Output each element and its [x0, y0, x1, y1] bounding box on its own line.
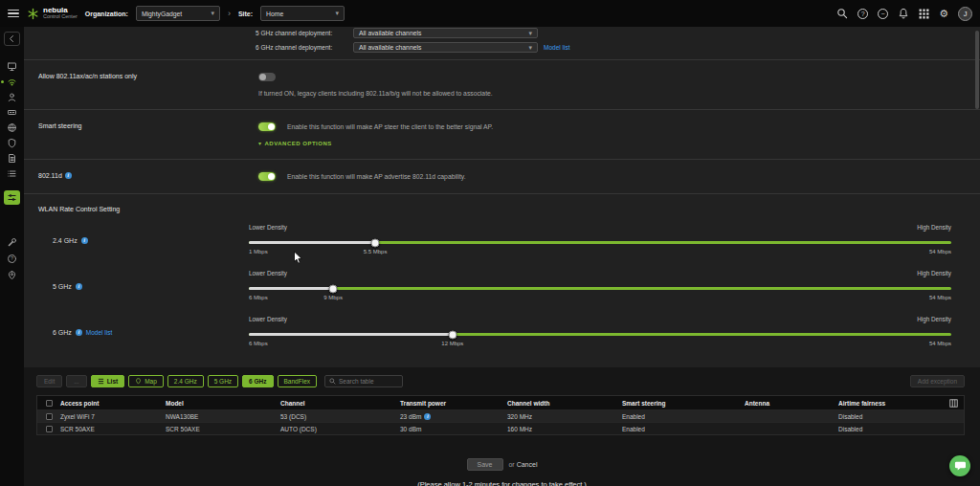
map-pin-icon: [135, 378, 142, 385]
map-view-label: Map: [145, 378, 157, 385]
edit-button[interactable]: Edit: [36, 375, 62, 387]
menu-icon[interactable]: [8, 10, 19, 17]
slider-handle[interactable]: [371, 238, 380, 247]
info-icon[interactable]: i: [424, 413, 431, 420]
list-view-button[interactable]: List: [91, 375, 125, 387]
info-icon[interactable]: i: [81, 237, 88, 244]
high-density-label: High Density: [917, 224, 951, 231]
model-list-link[interactable]: Model list: [86, 329, 112, 336]
more-actions-button[interactable]: ...: [66, 375, 86, 387]
wireless-icon[interactable]: [7, 75, 17, 89]
slider-handle[interactable]: [329, 284, 338, 293]
settings-gear-icon[interactable]: ⚙: [939, 9, 948, 19]
band-2-4ghz-button[interactable]: 2.4 GHz: [167, 375, 204, 387]
apply-notice: (Please allow 1-2 minutes for changes to…: [24, 480, 980, 486]
slider-current-label: 5.5 Mbps: [364, 249, 388, 254]
table-row[interactable]: SCR 50AXE SCR 50AXE AUTO (DCS) 30 dBm 16…: [37, 422, 964, 434]
rate-slider-track-5ghz[interactable]: [249, 287, 951, 290]
smart-steering-label: Smart steering: [24, 122, 258, 146]
header-transmit-power: Transmit power: [400, 400, 507, 407]
site-select[interactable]: Home ▾: [260, 6, 345, 21]
band-bandflex-button[interactable]: BandFlex: [278, 375, 317, 387]
active-indicator: [1, 80, 4, 83]
cell-access-point[interactable]: SCR 50AXE: [60, 426, 166, 432]
save-button[interactable]: Save: [467, 458, 503, 471]
header-channel-width: Channel width: [507, 400, 622, 407]
do-not-disturb-icon[interactable]: −: [878, 9, 888, 19]
deployment-5ghz-label: 5 GHz channel deployment:: [256, 30, 347, 36]
network-icon[interactable]: [7, 121, 17, 135]
smart-steering-toggle[interactable]: [258, 122, 276, 131]
info-icon[interactable]: i: [65, 172, 72, 179]
security-icon[interactable]: [7, 136, 17, 150]
organization-select[interactable]: MightyGadget ▾: [136, 6, 220, 21]
cell-channel-width: 160 MHz: [507, 426, 622, 432]
cell-access-point[interactable]: Zyxel WiFi 7: [60, 413, 166, 420]
chat-support-button[interactable]: [949, 455, 970, 476]
tools-icon[interactable]: [7, 235, 17, 250]
row-checkbox[interactable]: [46, 413, 53, 420]
wlan-rate-title: WLAN Rate Control Setting: [24, 206, 980, 212]
logs-icon[interactable]: [7, 166, 17, 181]
notifications-icon[interactable]: [898, 8, 909, 19]
dashboard-icon[interactable]: [7, 59, 17, 74]
info-icon[interactable]: i: [76, 329, 82, 336]
allow-legacy-toggle[interactable]: [258, 73, 276, 81]
advanced-options-toggle[interactable]: ▾ ADVANCED OPTIONS: [258, 140, 980, 146]
add-exception-button[interactable]: Add exception: [910, 375, 965, 387]
deployment-6ghz-select[interactable]: All available channels ▾: [353, 42, 538, 53]
row-checkbox[interactable]: [46, 426, 53, 432]
help-icon[interactable]: ?: [858, 9, 868, 19]
band-6ghz-button[interactable]: 6 GHz: [242, 375, 273, 387]
cell-airtime-fairness: Disabled: [838, 413, 943, 420]
wlan-rate-control-section: WLAN Rate Control Setting 2.4 GHz i Lowe…: [24, 193, 980, 367]
user-avatar[interactable]: J: [958, 7, 972, 21]
rate-slider-row-24ghz: 2.4 GHz i Lower Density High Density 1 M…: [24, 224, 980, 257]
max-rate-label: 54 Mbps: [929, 249, 951, 254]
cell-channel-width: 320 MHz: [507, 413, 622, 420]
max-rate-label: 54 Mbps: [929, 295, 951, 300]
table-row[interactable]: Zyxel WiFi 7 NWA130BE 53 (DCS) 23 dBm i …: [37, 409, 964, 422]
apps-grid-icon[interactable]: [919, 9, 929, 19]
search-input[interactable]: [339, 378, 398, 385]
deployment-5ghz-select[interactable]: All available channels ▾: [353, 28, 538, 38]
band-5ghz-label: 5 GHz: [53, 283, 72, 290]
nebula-logo-icon: [27, 8, 39, 20]
switch-icon[interactable]: [7, 105, 17, 120]
form-actions: Save or Cancel: [24, 458, 980, 471]
slider-handle[interactable]: [448, 330, 457, 339]
dot11d-toggle[interactable]: [258, 172, 276, 181]
chat-icon: [954, 460, 966, 472]
table-toolbar: Edit ... List Map 2.4 GHz 5 GHz 6 GHz Ba…: [24, 375, 980, 393]
scrollbar-thumb[interactable]: [975, 31, 979, 109]
slider-fill-gray: [249, 287, 333, 290]
clients-icon[interactable]: [7, 90, 17, 104]
collapse-sidebar-icon[interactable]: [4, 32, 20, 46]
select-all-checkbox[interactable]: [46, 400, 53, 407]
site-value: Home: [266, 11, 283, 17]
cell-model: SCR 50AXE: [166, 426, 280, 432]
model-list-link[interactable]: Model list: [544, 44, 569, 51]
rate-slider-row-5ghz: 5 GHz i Lower Density High Density 6 Mbp…: [24, 270, 980, 303]
rate-slider-track-6ghz[interactable]: [249, 333, 951, 336]
cell-airtime-fairness: Disabled: [838, 426, 943, 432]
lower-density-label: Lower Density: [249, 270, 287, 276]
cell-smart-steering: Enabled: [622, 426, 745, 432]
map-view-button[interactable]: Map: [128, 375, 164, 387]
allow-legacy-label: Allow 802.11ax/ac/n stations only: [24, 73, 258, 97]
table-columns-icon[interactable]: [949, 399, 958, 408]
search-icon[interactable]: [836, 8, 848, 19]
header-smart-steering: Smart steering: [622, 400, 745, 407]
reports-icon[interactable]: [7, 151, 17, 166]
location-icon[interactable]: [7, 268, 17, 282]
band-5ghz-button[interactable]: 5 GHz: [208, 375, 238, 387]
chevron-down-icon: ▾: [336, 10, 340, 17]
help-icon[interactable]: ?: [7, 252, 17, 266]
cancel-link[interactable]: Cancel: [517, 461, 538, 468]
rate-slider-track-24ghz[interactable]: [249, 241, 951, 244]
rate-slider-row-6ghz: 6 GHz i Model list Lower Density High De…: [24, 316, 980, 349]
info-icon[interactable]: i: [76, 283, 82, 290]
site-settings-icon[interactable]: [4, 190, 20, 205]
chevron-down-icon: ▾: [528, 30, 532, 37]
organization-value: MightyGadget: [142, 11, 182, 17]
